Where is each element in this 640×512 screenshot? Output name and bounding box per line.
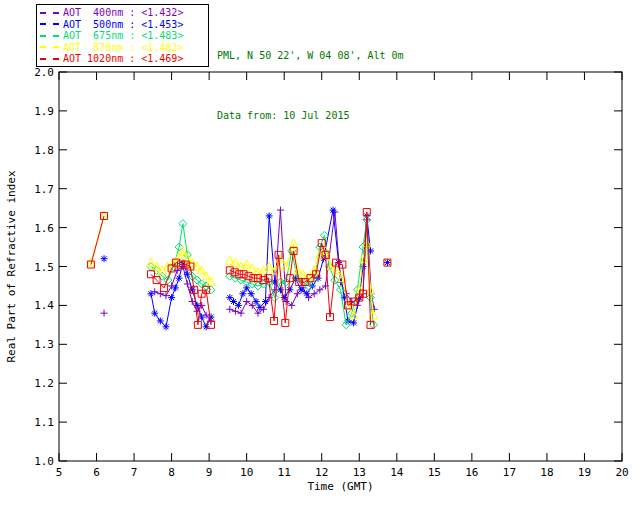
asterisk-marker — [248, 290, 255, 297]
x-tick-label: 19 — [578, 466, 591, 479]
x-tick-label: 18 — [540, 466, 553, 479]
x-tick-label: 6 — [93, 466, 100, 479]
y-tick-label: 1.1 — [34, 416, 54, 429]
asterisk-marker — [101, 255, 108, 262]
x-tick-label: 20 — [615, 466, 628, 479]
plus-marker — [254, 310, 261, 317]
y-tick-label: 1.0 — [34, 455, 54, 468]
asterisk-marker — [157, 317, 164, 324]
x-tick-label: 16 — [465, 466, 478, 479]
asterisk-marker — [256, 304, 263, 311]
x-tick-label: 11 — [278, 466, 291, 479]
y-tick-label: 1.2 — [34, 377, 54, 390]
asterisk-marker — [168, 294, 175, 301]
y-tick-label: 1.5 — [34, 261, 54, 274]
asterisk-marker — [235, 302, 242, 309]
x-tick-label: 14 — [390, 466, 404, 479]
asterisk-marker — [253, 298, 260, 305]
y-tick-label: 1.6 — [34, 222, 54, 235]
x-tick-label: 10 — [240, 466, 253, 479]
plot-page: AOT 400nm : <1.432>AOT 500nm : <1.453>AO… — [0, 0, 640, 512]
asterisk-marker — [172, 284, 179, 291]
y-tick-label: 1.3 — [34, 338, 54, 351]
asterisk-marker — [350, 319, 357, 326]
x-tick-label: 17 — [503, 466, 516, 479]
plus-marker — [243, 298, 250, 305]
asterisk-marker — [176, 275, 183, 282]
plus-marker — [232, 308, 239, 315]
x-tick-label: 9 — [206, 466, 213, 479]
plot-frame — [59, 72, 622, 461]
plus-marker — [101, 310, 108, 317]
asterisk-marker — [203, 323, 210, 330]
asterisk-marker — [266, 212, 273, 219]
plus-marker — [226, 306, 233, 313]
y-tick-label: 1.9 — [34, 105, 54, 118]
x-tick-label: 8 — [168, 466, 175, 479]
asterisk-marker — [230, 298, 237, 305]
asterisk-marker — [151, 310, 158, 317]
asterisk-marker — [208, 314, 215, 321]
asterisk-marker — [239, 290, 246, 297]
plus-marker — [162, 292, 169, 299]
y-tick-label: 1.4 — [34, 299, 54, 312]
y-tick-label: 1.8 — [34, 144, 54, 157]
plus-marker — [288, 302, 295, 309]
asterisk-marker — [298, 286, 305, 293]
plot-svg: 5678910111213141516171819201.01.11.21.31… — [0, 0, 640, 512]
x-tick-label: 5 — [56, 466, 63, 479]
asterisk-marker — [262, 298, 269, 305]
plus-marker — [316, 286, 323, 293]
plus-marker — [277, 207, 284, 214]
x-tick-label: 7 — [131, 466, 138, 479]
y-axis-title: Real Part of Refractive index — [5, 170, 18, 362]
x-tick-label: 12 — [315, 466, 328, 479]
x-tick-label: 13 — [353, 466, 366, 479]
x-axis-title: Time (GMT) — [307, 480, 373, 493]
y-tick-label: 1.7 — [34, 183, 54, 196]
plus-marker — [311, 290, 318, 297]
asterisk-marker — [303, 290, 310, 297]
asterisk-marker — [384, 259, 391, 266]
asterisk-marker — [147, 290, 154, 297]
asterisk-marker — [162, 323, 169, 330]
asterisk-marker — [329, 207, 336, 214]
asterisk-marker — [281, 294, 288, 301]
x-tick-label: 15 — [428, 466, 441, 479]
asterisk-marker — [286, 286, 293, 293]
plus-marker — [238, 310, 245, 317]
y-tick-label: 2.0 — [34, 66, 54, 79]
